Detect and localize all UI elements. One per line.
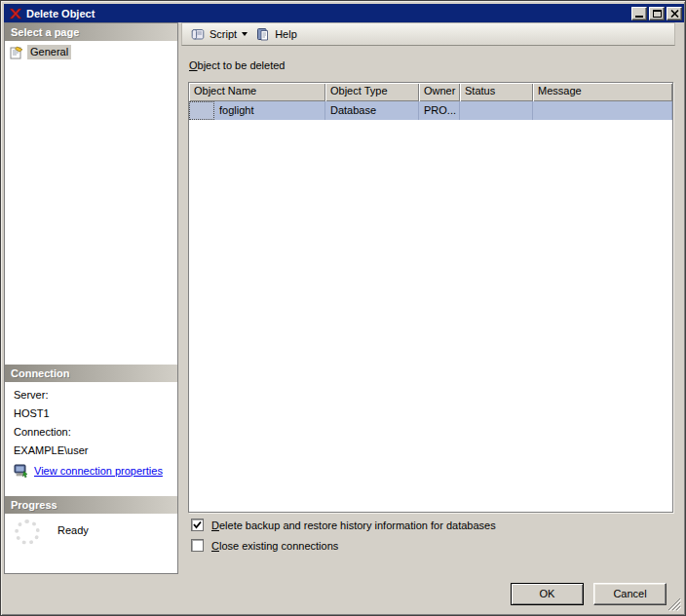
minimize-button[interactable] <box>631 7 647 20</box>
objects-table: Object Name Object Type Owner Status Mes… <box>188 82 673 513</box>
option-delete-history[interactable]: Delete backup and restore history inform… <box>191 519 496 531</box>
script-icon <box>190 26 206 42</box>
window-title: Delete Object <box>26 8 631 19</box>
server-label: Server: <box>14 389 177 402</box>
cell-status <box>460 101 533 120</box>
delete-history-label: Delete backup and restore history inform… <box>211 520 496 531</box>
script-button-label: Script <box>210 28 237 40</box>
close-connections-label: Close existing connections <box>211 540 338 552</box>
maximize-button[interactable] <box>649 7 665 20</box>
cell-object-type: Database <box>325 101 419 120</box>
minimize-icon <box>635 16 643 18</box>
script-dropdown-arrow-icon <box>242 32 248 36</box>
page-list: General <box>5 41 177 365</box>
table-header-row: Object Name Object Type Owner Status Mes… <box>189 83 672 101</box>
title-bar: Delete Object <box>4 4 684 22</box>
help-icon <box>255 26 271 42</box>
column-header-status[interactable]: Status <box>460 83 533 101</box>
table-row[interactable]: foglight Database PRO... <box>189 101 672 120</box>
cell-owner: PRO... <box>419 101 460 120</box>
sidebar-item-general[interactable]: General <box>9 44 177 60</box>
connection-value: EXAMPLE\user <box>14 444 177 457</box>
checkmark-icon <box>192 520 203 530</box>
resize-grip[interactable] <box>667 597 681 611</box>
general-page-icon <box>9 45 24 60</box>
object-to-be-deleted-label: Object to be deleted <box>189 59 285 71</box>
close-icon <box>670 10 679 18</box>
connection-label: Connection: <box>14 426 177 439</box>
option-close-connections[interactable]: Close existing connections <box>191 539 338 552</box>
connection-info: Server: HOST1 Connection: EXAMPLE\user V… <box>5 382 177 496</box>
maximize-icon <box>653 10 662 18</box>
column-header-object-name[interactable]: Object Name <box>189 83 325 101</box>
column-header-object-type[interactable]: Object Type <box>325 83 419 101</box>
cell-object-name: foglight <box>214 101 325 120</box>
connection-header: Connection <box>5 365 177 382</box>
help-button[interactable]: Help <box>251 24 301 44</box>
cancel-button[interactable]: Cancel <box>593 583 667 605</box>
row-selector[interactable] <box>189 101 214 120</box>
script-button[interactable]: Script <box>186 24 251 44</box>
progress-header: Progress <box>5 496 177 514</box>
progress-section: Ready <box>5 514 177 573</box>
server-value: HOST1 <box>14 407 177 420</box>
delete-object-dialog: Delete Object Select a page <box>0 0 686 616</box>
view-connection-properties-link[interactable]: View connection properties <box>34 465 163 477</box>
close-connections-checkbox[interactable] <box>191 539 204 552</box>
delete-history-checkbox[interactable] <box>191 519 204 531</box>
progress-status: Ready <box>57 524 89 536</box>
delete-object-icon[interactable] <box>8 6 23 21</box>
toolbar: Script Help <box>181 22 675 46</box>
cell-message <box>533 101 672 120</box>
left-panel: Select a page General Connection Server:… <box>4 22 178 574</box>
column-header-owner[interactable]: Owner <box>419 83 460 101</box>
select-page-header: Select a page <box>5 23 177 41</box>
sidebar-item-label: General <box>27 45 71 59</box>
general-page-content: Object to be deleted Object Name Object … <box>181 46 675 574</box>
progress-spinner-icon <box>15 520 40 545</box>
column-header-message[interactable]: Message <box>533 83 672 101</box>
ok-button[interactable]: OK <box>511 583 584 605</box>
close-button[interactable] <box>667 7 682 20</box>
connection-properties-icon <box>14 463 29 479</box>
help-button-label: Help <box>275 28 297 40</box>
right-panel: Script Help Object to be deleted <box>181 22 675 574</box>
